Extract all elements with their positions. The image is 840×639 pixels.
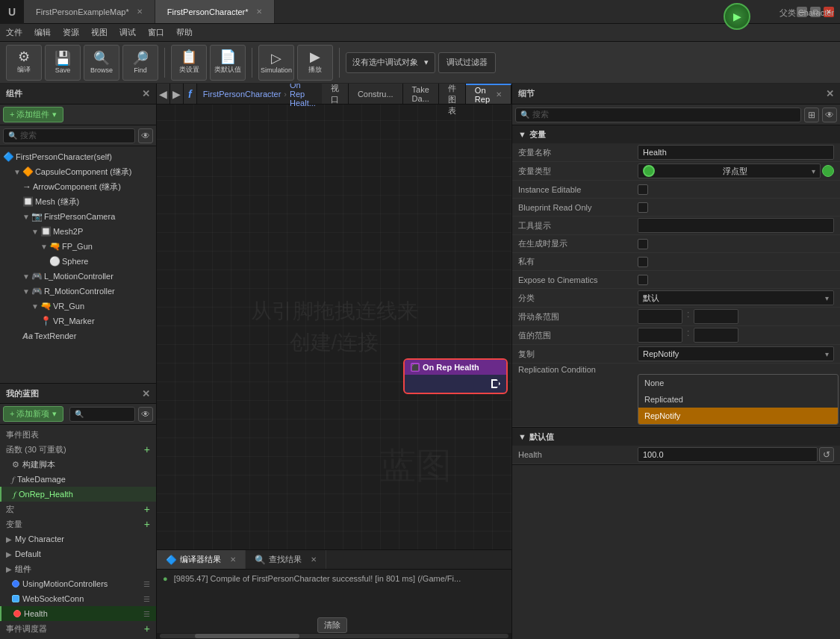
tree-camera[interactable]: ▼ 📷 FirstPersonCamera [0,209,156,224]
exec-out-pin[interactable] [491,379,500,388]
debug-select[interactable]: 没有选中调试对象 ▾ [346,52,435,73]
var-usingmotion[interactable]: UsingMotionControllers ☰ [0,576,156,591]
browse-button[interactable]: 🔍 Browse [84,45,119,81]
vartype-select[interactable]: 浮点型 ▾ [638,163,821,178]
class-settings-button[interactable]: 📋 类设置 [171,45,207,81]
mybp-search[interactable]: 🔍 [69,407,135,422]
character-tab-close[interactable]: ✕ [256,7,262,16]
map-tab-close[interactable]: ✕ [137,7,143,16]
macros-header[interactable]: 宏 + [0,502,156,517]
tree-capsule[interactable]: ▼ 🔶 CapsuleComponent (继承) [0,164,156,179]
instance-editable-checkbox[interactable] [638,184,648,195]
bp-construct[interactable]: ⚙ 构建脚本 [0,457,156,472]
tree-rmotion[interactable]: ▼ 🎮 R_MotionController [0,284,156,299]
tooltip-input[interactable] [638,218,834,233]
menu-edit[interactable]: 编辑 [34,27,51,38]
add-variable-icon[interactable]: + [144,518,150,530]
find-button[interactable]: 🔎 Find [122,45,158,81]
mybp-header[interactable]: 我的蓝图 ✕ [0,383,156,404]
repcondition-dropdown[interactable]: None Replicated RepNotify [638,374,839,425]
bottom-tab-compiler[interactable]: 🔷 编译器结果 ✕ [157,550,246,569]
class-defaults-button[interactable]: 📄 类默认值 [210,45,246,81]
tree-sphere[interactable]: ⚪ Sphere [0,254,156,269]
var-mycharacter[interactable]: ▶ My Character [0,532,156,546]
menu-help[interactable]: 帮助 [176,27,193,38]
mybp-eye-button[interactable]: 👁 [138,407,153,422]
variables-section-header[interactable]: ▼ 变量 [512,125,840,143]
tree-fpgun[interactable]: ▼ 🔫 FP_Gun [0,239,156,254]
breadcrumb-current[interactable]: On Rep Healt... [290,84,316,107]
cinematics-checkbox[interactable] [638,275,648,285]
bp-readonly-checkbox[interactable] [638,202,648,213]
scrollbar-thumb[interactable] [195,634,299,638]
tree-self[interactable]: 🔷 FirstPersonCharacter(self) [0,149,156,164]
filter-button[interactable]: 调试过滤器 [438,52,496,73]
menu-window[interactable]: 窗口 [148,27,164,38]
compile-button[interactable]: ⚙ 编译 [6,45,42,81]
menu-resource[interactable]: 资源 [63,27,79,38]
scrollbar-track[interactable] [160,634,508,638]
add-component-button[interactable]: + 添加组件 ▾ [3,107,63,122]
tree-lmotion[interactable]: ▼ 🎮 L_MotionController [0,269,156,284]
var-default[interactable]: ▶ Default [0,546,156,561]
event-graph-header[interactable]: 事件图表 [0,428,156,442]
clear-button[interactable]: 清除 [317,617,347,633]
slider-min-input[interactable] [638,309,682,324]
functions-header[interactable]: 函数 (30 可重载) + [0,442,156,457]
category-select[interactable]: 默认 ▾ [638,290,834,305]
value-max-input[interactable] [694,328,738,343]
health-reset-button[interactable]: ↺ [819,447,834,462]
details-eye-button[interactable]: 👁 [822,107,837,122]
bp-takedamage[interactable]: 𝑓 TakeDamage [0,472,156,487]
play-button[interactable]: ▶ [724,3,750,30]
breadcrumb-root[interactable]: FirstPersonCharacter [203,90,281,99]
mybp-close[interactable]: ✕ [142,388,150,399]
tab-character[interactable]: FirstPersonCharacter* ✕ [155,0,275,23]
add-newitem-button[interactable]: + 添加新项 ▾ [3,406,63,422]
variables-header[interactable]: 变量 + [0,517,156,532]
health-value-input[interactable]: 100.0 [638,447,818,462]
repcond-replicated[interactable]: Replicated [638,391,838,408]
defaults-section-header[interactable]: ▼ 默认值 [512,428,840,446]
add-eventdispatch-icon[interactable]: + [144,623,150,635]
tree-arrow[interactable]: → ArrowComponent (继承) [0,179,156,194]
onrep-tab-close[interactable]: ✕ [496,90,502,99]
tree-mesh2p[interactable]: ▼ 🔲 Mesh2P [0,224,156,239]
nav-back-button[interactable]: ◀ [157,84,170,104]
menu-file[interactable]: 文件 [6,27,22,38]
graph-tab-construct[interactable]: Constru... [349,84,403,104]
onrephealth-node[interactable]: ⬛ On Rep Health [403,358,508,394]
menu-debug[interactable]: 调试 [119,27,136,38]
var-components[interactable]: ▶ 组件 [0,561,156,576]
save-button[interactable]: 💾 Save [45,45,81,81]
components-close[interactable]: ✕ [142,88,150,99]
details-close[interactable]: ✕ [826,88,834,99]
tree-mesh[interactable]: 🔲 Mesh (继承) [0,194,156,209]
bp-onrephealth[interactable]: 𝑓 OnRep_Health [0,487,156,502]
vartype-extra-btn[interactable] [822,165,834,177]
simulation-button[interactable]: ▷ Simulation [258,45,294,81]
graph-canvas[interactable]: 从引脚拖拽连线来 创建/连接 ⬛ On Rep Health 蓝图 [157,105,511,549]
find-tab-close[interactable]: ✕ [311,555,317,564]
eventdispatch-header[interactable]: 事件调度器 + [0,621,156,636]
graph-tab-onrep[interactable]: On Rep ✕ [466,84,511,104]
nav-forward-button[interactable]: ▶ [170,84,184,104]
add-macro-icon[interactable]: + [144,503,150,515]
private-checkbox[interactable] [638,257,648,267]
tab-map[interactable]: FirstPersonExampleMap* ✕ [24,0,155,23]
slider-max-input[interactable] [694,309,738,324]
compiler-tab-close[interactable]: ✕ [230,555,236,564]
var-websocket[interactable]: WebSocketConn ☰ [0,591,156,606]
value-min-input[interactable] [638,328,682,343]
add-function-icon[interactable]: + [144,443,150,455]
repcond-none[interactable]: None [638,375,838,391]
graph-tab-takedamage[interactable]: Take Da... [403,84,439,104]
tree-textrender[interactable]: Aa TextRender [0,328,156,343]
components-search-box[interactable]: 🔍 搜索 [3,128,135,143]
repcond-repnotify[interactable]: RepNotify [638,408,838,424]
details-grid-button[interactable]: ⊞ [804,107,819,122]
menu-view[interactable]: 视图 [91,27,108,38]
var-health[interactable]: Health ☰ [0,606,156,621]
tree-vrmarker[interactable]: 📍 VR_Marker [0,314,156,328]
graph-tab-viewport[interactable]: 视口 [322,84,349,104]
